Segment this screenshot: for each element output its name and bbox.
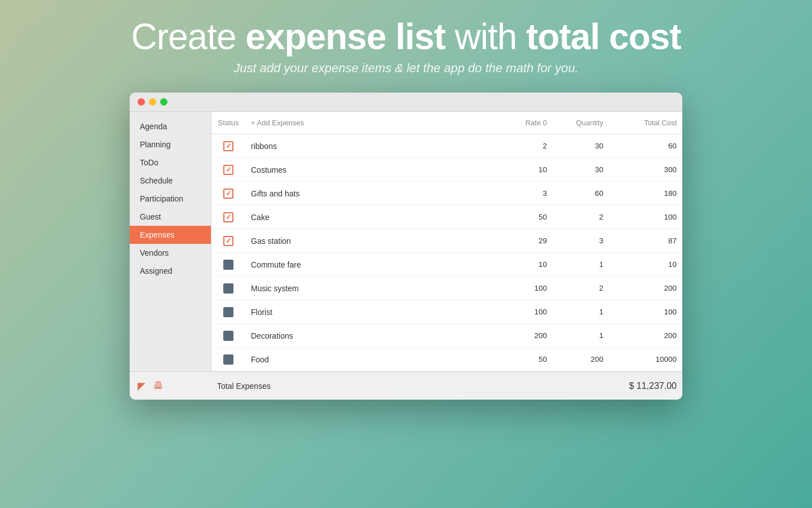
sidebar-toggle-icon[interactable]: ◤	[138, 380, 145, 392]
sidebar-item-vendors[interactable]: Vendors	[130, 244, 211, 262]
close-button[interactable]	[138, 98, 145, 106]
cell-rate-7: 100	[496, 304, 553, 319]
table-row: Music system1002200	[211, 277, 682, 300]
checkbox-checked[interactable]	[223, 189, 233, 199]
cell-total-7: 100	[609, 304, 682, 319]
checkbox-unchecked[interactable]	[223, 260, 233, 270]
print-icon[interactable]: 🖶	[153, 380, 164, 392]
cell-name-6: Music system	[245, 281, 496, 296]
checkbox-unchecked[interactable]	[223, 283, 233, 294]
cell-name-4: Gas station	[245, 233, 496, 249]
cell-name-2: Gifts and hats	[245, 186, 496, 202]
cell-total-2: 180	[609, 186, 682, 201]
table-row: Cake502100	[211, 205, 682, 229]
sidebar-item-expenses[interactable]: Expenses	[130, 226, 211, 244]
cell-quantity-8: 1	[553, 328, 609, 343]
table-row: Gas station29387	[211, 229, 682, 253]
minimize-button[interactable]	[149, 98, 156, 106]
cell-rate-6: 100	[496, 281, 553, 296]
title-bar	[130, 93, 682, 112]
sidebar-item-guest[interactable]: Guest	[130, 208, 211, 226]
checkbox-checked[interactable]	[223, 165, 233, 175]
subtitle: Just add your expense items & let the ap…	[131, 61, 681, 76]
sidebar: AgendaPlanningToDoScheduleParticipationG…	[130, 112, 211, 371]
cell-total-1: 300	[609, 162, 682, 177]
sidebar-item-todo[interactable]: ToDo	[130, 154, 211, 172]
cell-quantity-1: 30	[553, 162, 609, 177]
app-window: AgendaPlanningToDoScheduleParticipationG…	[130, 93, 682, 400]
cell-rate-1: 10	[496, 162, 553, 177]
cell-status-9[interactable]	[211, 351, 245, 368]
main-content: Status + Add Expenses Rate 0 Quantity To…	[211, 112, 682, 371]
cell-status-8[interactable]	[211, 327, 245, 344]
cell-status-0[interactable]	[211, 138, 245, 155]
cell-quantity-9: 200	[553, 352, 609, 367]
footer-bar: ◤ 🖶 Total Expenses $ 11,237.00	[130, 371, 682, 400]
cell-quantity-4: 3	[553, 233, 609, 248]
checkbox-checked[interactable]	[223, 212, 233, 222]
cell-status-7[interactable]	[211, 304, 245, 321]
cell-rate-9: 50	[496, 352, 553, 367]
table-header: Status + Add Expenses Rate 0 Quantity To…	[211, 112, 682, 134]
cell-quantity-5: 1	[553, 257, 609, 272]
cell-name-7: Florist	[245, 304, 496, 320]
table-row: Decorations2001200	[211, 324, 682, 348]
cell-rate-5: 10	[496, 257, 553, 272]
total-expenses-label: Total Expenses	[211, 382, 609, 391]
col-name[interactable]: + Add Expenses	[245, 116, 496, 129]
col-status: Status	[211, 116, 245, 129]
cell-name-5: Commute fare	[245, 257, 496, 273]
cell-rate-3: 50	[496, 209, 553, 225]
sidebar-item-schedule[interactable]: Schedule	[130, 172, 211, 190]
col-quantity: Quantity	[553, 116, 609, 129]
maximize-button[interactable]	[160, 98, 167, 106]
total-expenses-value: $ 11,237.00	[609, 381, 682, 391]
cell-rate-4: 29	[496, 233, 553, 248]
cell-status-2[interactable]	[211, 185, 245, 202]
checkbox-unchecked[interactable]	[223, 307, 233, 317]
cell-status-6[interactable]	[211, 280, 245, 297]
table-row: ribbons23060	[211, 134, 682, 158]
checkbox-unchecked[interactable]	[223, 354, 233, 365]
checkbox-unchecked[interactable]	[223, 331, 233, 341]
table-row: Commute fare10110	[211, 253, 682, 277]
checkbox-checked[interactable]	[223, 236, 233, 246]
cell-status-4[interactable]	[211, 233, 245, 249]
cell-quantity-3: 2	[553, 209, 609, 225]
cell-rate-2: 3	[496, 186, 553, 201]
cell-total-4: 87	[609, 233, 682, 248]
checkbox-checked[interactable]	[223, 141, 233, 151]
cell-total-9: 10000	[609, 352, 682, 367]
cell-status-5[interactable]	[211, 256, 245, 273]
cell-total-8: 200	[609, 328, 682, 343]
col-total: Total Cost	[609, 116, 682, 129]
cell-status-3[interactable]	[211, 209, 245, 226]
hero-header: Create expense list with total cost Just…	[131, 17, 681, 76]
cell-quantity-2: 60	[553, 186, 609, 201]
cell-quantity-7: 1	[553, 304, 609, 319]
table-row: Food5020010000	[211, 348, 682, 371]
table-row: Costumes1030300	[211, 158, 682, 182]
footer-icons: ◤ 🖶	[130, 380, 211, 392]
cell-total-3: 100	[609, 209, 682, 225]
table-body: ribbons23060Costumes1030300Gifts and hat…	[211, 134, 682, 371]
cell-rate-0: 2	[496, 138, 553, 154]
table-row: Florist1001100	[211, 300, 682, 324]
cell-quantity-6: 2	[553, 281, 609, 296]
sidebar-item-planning[interactable]: Planning	[130, 135, 211, 154]
sidebar-item-assigned[interactable]: Assigned	[130, 262, 211, 280]
main-title: Create expense list with total cost	[131, 17, 681, 56]
col-rate: Rate 0	[496, 116, 553, 129]
cell-name-1: Costumes	[245, 162, 496, 178]
cell-name-3: Cake	[245, 209, 496, 225]
sidebar-item-agenda[interactable]: Agenda	[130, 117, 211, 135]
cell-total-6: 200	[609, 281, 682, 296]
cell-name-9: Food	[245, 352, 496, 367]
table-row: Gifts and hats360180	[211, 182, 682, 205]
cell-total-5: 10	[609, 257, 682, 272]
cell-total-0: 60	[609, 138, 682, 154]
sidebar-item-participation[interactable]: Participation	[130, 190, 211, 208]
cell-status-1[interactable]	[211, 161, 245, 178]
cell-quantity-0: 30	[553, 138, 609, 154]
cell-name-0: ribbons	[245, 138, 496, 154]
